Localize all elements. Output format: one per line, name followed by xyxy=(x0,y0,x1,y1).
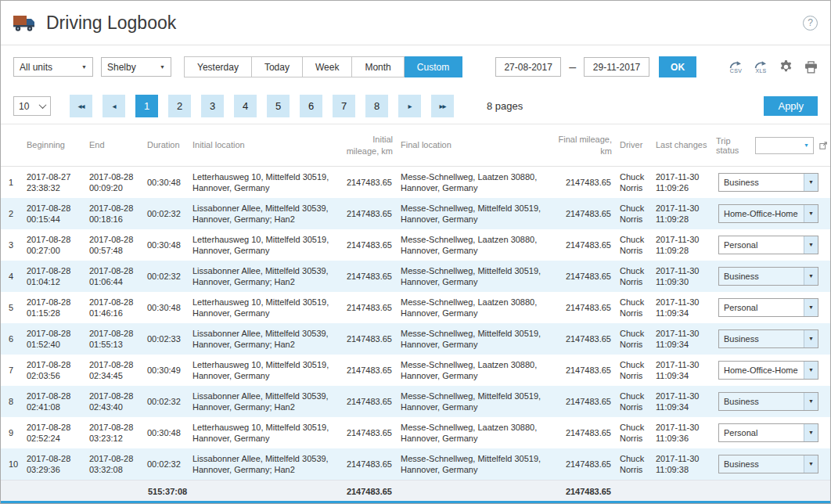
range-month-button[interactable]: Month xyxy=(352,56,404,77)
page-button-1[interactable]: 1 xyxy=(135,95,158,117)
cell-initial-mileage: 2147483.65 xyxy=(334,207,397,221)
trip-status-select[interactable]: Home-Office-Home ▼ xyxy=(718,361,818,380)
cell-initial-location: Letterhausweg 10, Mittelfeld 30519, Hann… xyxy=(189,420,334,446)
trip-status-select[interactable]: Personal ▼ xyxy=(718,236,818,254)
filter-popup-icon[interactable] xyxy=(819,141,827,150)
apply-button[interactable]: Apply xyxy=(764,96,818,116)
cell-initial-location: Letterhausweg 10, Mittelfeld 30519, Hann… xyxy=(189,295,334,321)
cell-final-mileage: 2147483.65 xyxy=(550,332,616,346)
xls-label: XLS xyxy=(755,68,766,74)
trip-status-value: Personal xyxy=(719,239,762,250)
csv-label: CSV xyxy=(730,68,742,74)
cell-duration: 00:30:48 xyxy=(143,426,189,440)
ok-button[interactable]: OK xyxy=(659,56,696,77)
trip-status-select[interactable]: Personal ▼ xyxy=(718,298,818,317)
table-body: 1 2017-08-27 23:38:32 2017-08-28 00:09:2… xyxy=(1,167,830,480)
cell-beginning: 2017-08-28 01:52:40 xyxy=(23,326,85,352)
row-number: 10 xyxy=(1,457,23,471)
page-button-5[interactable]: 5 xyxy=(267,95,290,117)
trip-status-select[interactable]: Home-Office-Home ▼ xyxy=(718,204,818,223)
range-week-button[interactable]: Week xyxy=(303,56,352,77)
first-page-button[interactable]: ◂◂ xyxy=(70,95,92,117)
cell-trip-status: Home-Office-Home ▼ xyxy=(713,359,830,381)
chevron-down-icon: ▼ xyxy=(160,64,165,70)
page-button-4[interactable]: 4 xyxy=(234,95,257,117)
cell-driver: Chuck Norris xyxy=(616,452,652,477)
settings-button[interactable] xyxy=(779,60,793,74)
trip-status-select[interactable]: Business ▼ xyxy=(718,329,818,348)
cell-trip-status: Personal ▼ xyxy=(713,422,830,444)
column-header-last-changes: Last changes xyxy=(652,138,713,152)
trip-status-select[interactable]: Business ▼ xyxy=(718,267,818,286)
page-button-2[interactable]: 2 xyxy=(168,95,191,117)
export-xls-button[interactable]: XLS xyxy=(754,60,768,74)
next-page-button[interactable]: ▸ xyxy=(398,95,421,117)
cell-duration: 00:30:48 xyxy=(143,238,189,252)
export-csv-button[interactable]: CSV xyxy=(729,60,743,74)
horizontal-scrollbar[interactable] xyxy=(1,501,830,503)
cell-duration: 00:30:49 xyxy=(143,363,189,377)
driver-select[interactable]: Shelby ▼ xyxy=(101,57,171,77)
print-button[interactable] xyxy=(804,61,818,74)
chevron-down-icon: ▼ xyxy=(81,64,87,70)
cell-duration: 00:02:32 xyxy=(143,207,189,221)
cell-final-mileage: 2147483.65 xyxy=(550,457,616,471)
trip-status-select[interactable]: Business ▼ xyxy=(718,173,818,192)
cell-end: 2017-08-28 03:32:08 xyxy=(85,452,143,477)
date-to-input[interactable] xyxy=(584,57,649,77)
row-number: 6 xyxy=(1,332,23,346)
page-button-7[interactable]: 7 xyxy=(333,95,355,117)
last-page-button[interactable]: ▸▸ xyxy=(431,95,454,117)
cell-initial-location: Letterhausweg 10, Mittelfeld 30519, Hann… xyxy=(189,358,334,383)
page-size-select[interactable]: 10 xyxy=(13,96,51,116)
chevron-down-icon: ▼ xyxy=(804,330,818,347)
column-header-final-mileage: Final mileage, km xyxy=(550,132,616,158)
page-buttons: ◂◂ ◂ 1 2 3 4 5 6 7 8 ▸ ▸▸ xyxy=(70,95,454,117)
cell-trip-status: Personal ▼ xyxy=(713,297,830,319)
chevron-down-icon: ▼ xyxy=(804,268,818,285)
cell-last-changes: 2017-11-30 11:09:28 xyxy=(652,232,713,258)
trip-status-select[interactable]: Business ▼ xyxy=(718,455,818,473)
total-final-mileage: 2147483.65 xyxy=(550,485,616,498)
table-row: 5 2017-08-28 01:15:28 2017-08-28 01:46:1… xyxy=(1,292,830,323)
chevron-down-icon: ▼ xyxy=(804,299,818,316)
range-custom-button[interactable]: Custom xyxy=(405,56,462,77)
cell-final-mileage: 2147483.65 xyxy=(550,238,616,252)
trip-status-filter-select[interactable]: ▼ xyxy=(755,137,814,154)
cell-last-changes: 2017-11-30 11:09:34 xyxy=(652,358,713,383)
cell-final-mileage: 2147483.65 xyxy=(550,363,616,377)
cell-duration: 00:02:32 xyxy=(143,394,189,409)
cell-trip-status: Business ▼ xyxy=(713,453,830,475)
units-select[interactable]: All units ▼ xyxy=(13,57,93,77)
trip-status-select[interactable]: Business ▼ xyxy=(718,392,818,411)
cell-end: 2017-08-28 01:46:16 xyxy=(85,295,143,321)
date-from-input[interactable] xyxy=(495,57,561,77)
table-row: 7 2017-08-28 02:03:56 2017-08-28 02:34:4… xyxy=(1,355,830,386)
cell-end: 2017-08-28 01:06:44 xyxy=(85,264,143,290)
toolbar: All units ▼ Shelby ▼ Yesterday Today Wee… xyxy=(1,45,830,88)
cell-beginning: 2017-08-27 23:38:32 xyxy=(23,170,85,196)
range-yesterday-button[interactable]: Yesterday xyxy=(184,56,252,77)
page-button-8[interactable]: 8 xyxy=(365,95,388,117)
chevron-down-icon: ▼ xyxy=(804,424,818,441)
table-row: 9 2017-08-28 02:52:24 2017-08-28 03:23:1… xyxy=(1,417,830,448)
row-number: 7 xyxy=(1,363,23,377)
cell-initial-mileage: 2147483.65 xyxy=(334,457,397,471)
gear-icon xyxy=(779,60,793,74)
column-header-initial-location: Initial location xyxy=(189,138,334,152)
cell-last-changes: 2017-11-30 11:09:30 xyxy=(652,264,713,290)
trip-status-select[interactable]: Personal ▼ xyxy=(718,423,818,442)
range-today-button[interactable]: Today xyxy=(252,56,303,77)
cell-final-location: Messe-Schnellweg, Laatzen 30880, Hannove… xyxy=(397,295,550,321)
page-button-6[interactable]: 6 xyxy=(300,95,322,117)
prev-page-button[interactable]: ◂ xyxy=(103,95,125,117)
cell-last-changes: 2017-11-30 11:09:34 xyxy=(652,326,713,352)
row-number: 3 xyxy=(1,238,23,252)
help-icon[interactable]: ? xyxy=(803,16,818,31)
cell-final-location: Messe-Schnellweg, Mittelfeld 30519, Hann… xyxy=(397,264,550,290)
cell-trip-status: Business ▼ xyxy=(713,391,830,412)
row-number: 5 xyxy=(1,301,23,315)
column-header-beginning: Beginning xyxy=(23,138,85,152)
page-button-3[interactable]: 3 xyxy=(201,95,224,117)
row-number: 9 xyxy=(1,426,23,440)
